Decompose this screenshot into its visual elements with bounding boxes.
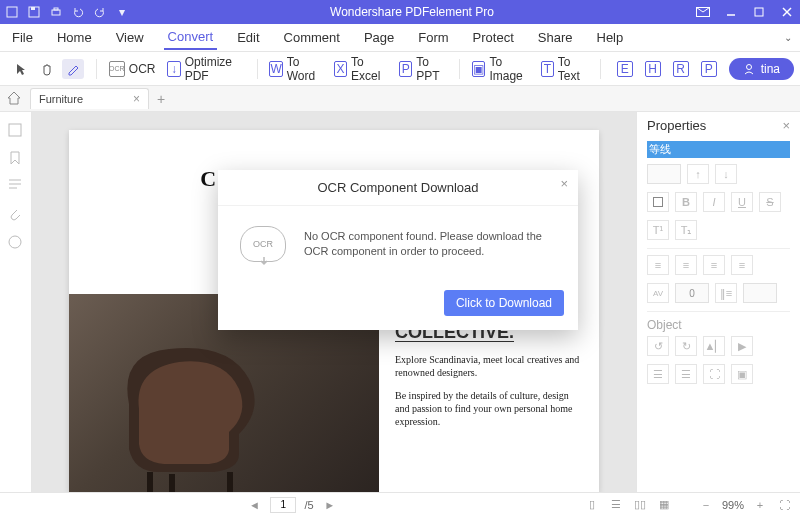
to-image-button[interactable]: ▣To Image	[468, 52, 532, 86]
superscript-button[interactable]: T¹	[647, 220, 669, 240]
to-ppt-button[interactable]: PTo PPT	[395, 52, 451, 86]
font-size-input[interactable]	[647, 164, 681, 184]
download-button[interactable]: Click to Download	[444, 290, 564, 316]
italic-button[interactable]: I	[703, 192, 725, 212]
menu-form[interactable]: Form	[414, 26, 452, 49]
rotate-right-icon[interactable]: ↻	[675, 336, 697, 356]
redo-icon[interactable]	[92, 4, 108, 20]
menu-help[interactable]: Help	[593, 26, 628, 49]
edit-tool[interactable]	[62, 59, 84, 79]
menu-edit[interactable]: Edit	[233, 26, 263, 49]
to-word-button[interactable]: WTo Word	[265, 52, 326, 86]
bookmarks-icon[interactable]	[7, 150, 25, 168]
menu-share[interactable]: Share	[534, 26, 577, 49]
close-icon[interactable]	[778, 3, 796, 21]
decrease-size-icon[interactable]: ↓	[715, 164, 737, 184]
underline-button[interactable]: U	[731, 192, 753, 212]
align-justify-icon[interactable]: ≡	[731, 255, 753, 275]
zoom-out-icon[interactable]: −	[698, 497, 714, 513]
distribute-v-icon[interactable]: ☰	[675, 364, 697, 384]
color-swatch[interactable]	[647, 192, 669, 212]
view-grid-icon[interactable]: ▦	[656, 497, 672, 513]
text-icon: T	[541, 61, 554, 77]
distribute-h-icon[interactable]: ☰	[647, 364, 669, 384]
app-icon[interactable]	[4, 4, 20, 20]
properties-panel: Properties × 等线 ↑ ↓ B I U S T¹ T₁ ≡ ≡ ≡ …	[636, 112, 800, 492]
dialog-close-icon[interactable]: ×	[560, 176, 568, 191]
view-single-icon[interactable]: ▯	[584, 497, 600, 513]
hand-tool[interactable]	[36, 59, 58, 79]
excel-icon: X	[334, 61, 347, 77]
undo-icon[interactable]	[70, 4, 86, 20]
comments-icon[interactable]	[7, 234, 25, 252]
add-tab-button[interactable]: +	[157, 91, 165, 107]
home-tab-icon[interactable]	[6, 90, 24, 108]
menu-convert[interactable]: Convert	[164, 25, 218, 50]
view-continuous-icon[interactable]: ☰	[608, 497, 624, 513]
conv-p-button[interactable]: P	[697, 58, 721, 80]
attachments-icon[interactable]	[7, 206, 25, 224]
select-tool[interactable]	[10, 59, 32, 79]
tab-close-icon[interactable]: ×	[133, 92, 140, 106]
flip-h-icon[interactable]: ▲▏	[703, 336, 725, 356]
next-page-icon[interactable]: ►	[322, 497, 338, 513]
canvas[interactable]: COLUMBIA C INSPIRED BY THE COLLECTIVE. E…	[32, 112, 636, 492]
to-excel-button[interactable]: XTo Excel	[330, 52, 391, 86]
optimize-icon: ↓	[167, 61, 180, 77]
conv-r-button[interactable]: R	[669, 58, 693, 80]
prev-page-icon[interactable]: ◄	[246, 497, 262, 513]
conv-h-button[interactable]: H	[641, 58, 665, 80]
object-section-label: Object	[647, 318, 790, 332]
align-right-icon[interactable]: ≡	[703, 255, 725, 275]
menu-file[interactable]: File	[8, 26, 37, 49]
user-pill[interactable]: tina	[729, 58, 794, 80]
thumbnails-icon[interactable]	[7, 122, 25, 140]
properties-close-icon[interactable]: ×	[782, 118, 790, 133]
cloud-download-icon: OCR	[240, 226, 286, 262]
bold-button[interactable]: B	[675, 192, 697, 212]
crop-icon[interactable]: ⛶	[703, 364, 725, 384]
strike-button[interactable]: S	[759, 192, 781, 212]
collapse-ribbon-icon[interactable]: ⌄	[784, 32, 792, 43]
increase-size-icon[interactable]: ↑	[687, 164, 709, 184]
statusbar: ◄ /5 ► ▯ ☰ ▯▯ ▦ − 99% + ⛶	[0, 492, 800, 516]
fullscreen-icon[interactable]: ⛶	[776, 497, 792, 513]
menu-view[interactable]: View	[112, 26, 148, 49]
flip-v-icon[interactable]: ▶	[731, 336, 753, 356]
menu-comment[interactable]: Comment	[280, 26, 344, 49]
menu-protect[interactable]: Protect	[469, 26, 518, 49]
search-icon[interactable]	[7, 178, 25, 196]
optimize-button[interactable]: ↓Optimize PDF	[163, 52, 248, 86]
svg-rect-13	[147, 472, 153, 492]
qat-dropdown-icon[interactable]: ▾	[114, 4, 130, 20]
replace-image-icon[interactable]: ▣	[731, 364, 753, 384]
page-total: /5	[304, 499, 313, 511]
line-spacing-icon[interactable]: ‖≡	[715, 283, 737, 303]
conv-e-button[interactable]: E	[613, 58, 637, 80]
font-selected[interactable]: 等线	[647, 141, 790, 158]
to-text-button[interactable]: TTo Text	[537, 52, 592, 86]
align-left-icon[interactable]: ≡	[647, 255, 669, 275]
ocr-button[interactable]: OCROCR	[105, 58, 160, 80]
char-spacing-icon: AV	[647, 283, 669, 303]
char-spacing-input[interactable]	[675, 283, 709, 303]
subscript-button[interactable]: T₁	[675, 220, 697, 240]
maximize-icon[interactable]	[750, 3, 768, 21]
view-two-icon[interactable]: ▯▯	[632, 497, 648, 513]
ppt-icon: P	[399, 61, 412, 77]
align-center-icon[interactable]: ≡	[675, 255, 697, 275]
minimize-icon[interactable]	[722, 3, 740, 21]
menu-page[interactable]: Page	[360, 26, 398, 49]
line-spacing-input[interactable]	[743, 283, 777, 303]
save-icon[interactable]	[26, 4, 42, 20]
document-tab[interactable]: Furniture ×	[30, 88, 149, 109]
rotate-left-icon[interactable]: ↺	[647, 336, 669, 356]
print-icon[interactable]	[48, 4, 64, 20]
mail-icon[interactable]	[694, 3, 712, 21]
svg-rect-4	[54, 8, 58, 10]
zoom-in-icon[interactable]: +	[752, 497, 768, 513]
page-number-input[interactable]	[270, 497, 296, 513]
titlebar: ▾ Wondershare PDFelement Pro	[0, 0, 800, 24]
svg-point-10	[746, 64, 751, 69]
menu-home[interactable]: Home	[53, 26, 96, 49]
